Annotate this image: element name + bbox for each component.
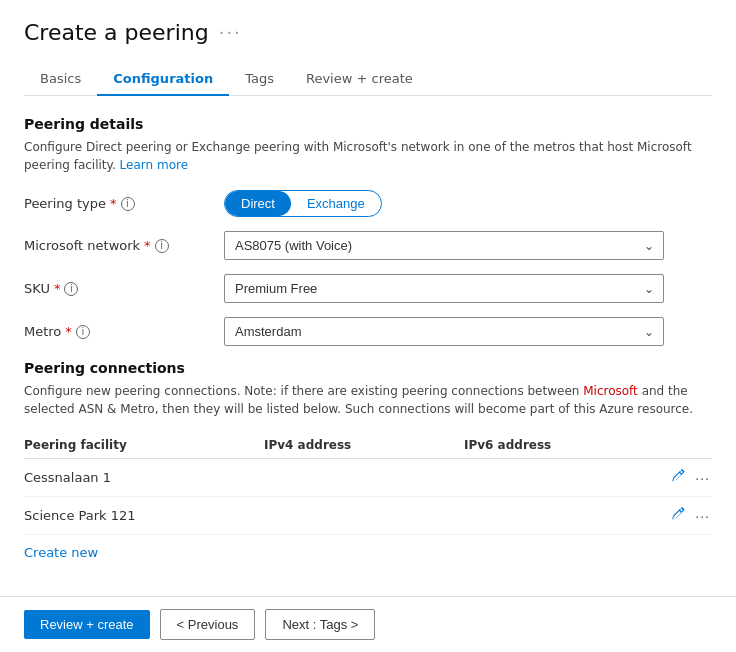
metro-label: Metro * i (24, 324, 224, 339)
more-options-icon-2[interactable]: ··· (693, 506, 712, 526)
sku-row: SKU * i Premium Free ⌄ (24, 274, 712, 303)
tab-configuration[interactable]: Configuration (97, 63, 229, 96)
col-facility-header: Peering facility (24, 438, 264, 452)
metro-control: Amsterdam ⌄ (224, 317, 712, 346)
col-actions-header (652, 438, 712, 452)
peering-type-toggle: Direct Exchange (224, 190, 712, 217)
microsoft-network-control: AS8075 (with Voice) ⌄ (224, 231, 712, 260)
toggle-direct-btn[interactable]: Direct (225, 191, 291, 216)
peering-type-row: Peering type * i Direct Exchange (24, 190, 712, 217)
page-title: Create a peering (24, 20, 209, 45)
col-ipv4-header: IPv4 address (264, 438, 464, 452)
sku-info-icon[interactable]: i (64, 282, 78, 296)
review-create-button[interactable]: Review + create (24, 610, 150, 639)
sku-label: SKU * i (24, 281, 224, 296)
microsoft-network-info-icon[interactable]: i (155, 239, 169, 253)
metro-row: Metro * i Amsterdam ⌄ (24, 317, 712, 346)
previous-button[interactable]: < Previous (160, 609, 256, 640)
tab-tags[interactable]: Tags (229, 63, 290, 96)
next-button[interactable]: Next : Tags > (265, 609, 375, 640)
page-title-dots: ··· (219, 22, 242, 43)
tabs-nav: Basics Configuration Tags Review + creat… (24, 63, 712, 96)
learn-more-link[interactable]: Learn more (120, 158, 188, 172)
sku-select[interactable]: Premium Free (224, 274, 664, 303)
row-actions-2: ··· (652, 505, 712, 526)
microsoft-network-select[interactable]: AS8075 (with Voice) (224, 231, 664, 260)
metro-select[interactable]: Amsterdam (224, 317, 664, 346)
required-star-metro: * (65, 324, 72, 339)
toggle-exchange-btn[interactable]: Exchange (291, 191, 381, 216)
tab-basics[interactable]: Basics (24, 63, 97, 96)
required-star: * (110, 196, 117, 211)
peering-details-desc: Configure Direct peering or Exchange pee… (24, 138, 712, 174)
microsoft-network-label: Microsoft network * i (24, 238, 224, 253)
edit-icon-2[interactable] (669, 505, 687, 526)
microsoft-highlight: Microsoft (583, 384, 638, 398)
col-ipv6-header: IPv6 address (464, 438, 652, 452)
connections-table-header: Peering facility IPv4 address IPv6 addre… (24, 432, 712, 459)
facility-name-2: Science Park 121 (24, 508, 264, 523)
peering-type-info-icon[interactable]: i (121, 197, 135, 211)
table-row: Science Park 121 ··· (24, 497, 712, 535)
microsoft-network-row: Microsoft network * i AS8075 (with Voice… (24, 231, 712, 260)
sku-control: Premium Free ⌄ (224, 274, 712, 303)
tab-review-create[interactable]: Review + create (290, 63, 429, 96)
peering-connections-title: Peering connections (24, 360, 712, 376)
peering-details-section: Peering details Configure Direct peering… (24, 116, 712, 346)
more-options-icon-1[interactable]: ··· (693, 468, 712, 488)
peering-type-label: Peering type * i (24, 196, 224, 211)
row-actions-1: ··· (652, 467, 712, 488)
required-star-sku: * (54, 281, 61, 296)
table-row: Cessnalaan 1 ··· (24, 459, 712, 497)
create-new-link[interactable]: Create new (24, 545, 98, 560)
edit-icon-1[interactable] (669, 467, 687, 488)
peering-details-title: Peering details (24, 116, 712, 132)
peering-connections-desc: Configure new peering connections. Note:… (24, 382, 712, 418)
facility-name-1: Cessnalaan 1 (24, 470, 264, 485)
metro-info-icon[interactable]: i (76, 325, 90, 339)
peering-connections-section: Peering connections Configure new peerin… (24, 360, 712, 560)
required-star-network: * (144, 238, 151, 253)
footer: Review + create < Previous Next : Tags > (0, 596, 736, 652)
